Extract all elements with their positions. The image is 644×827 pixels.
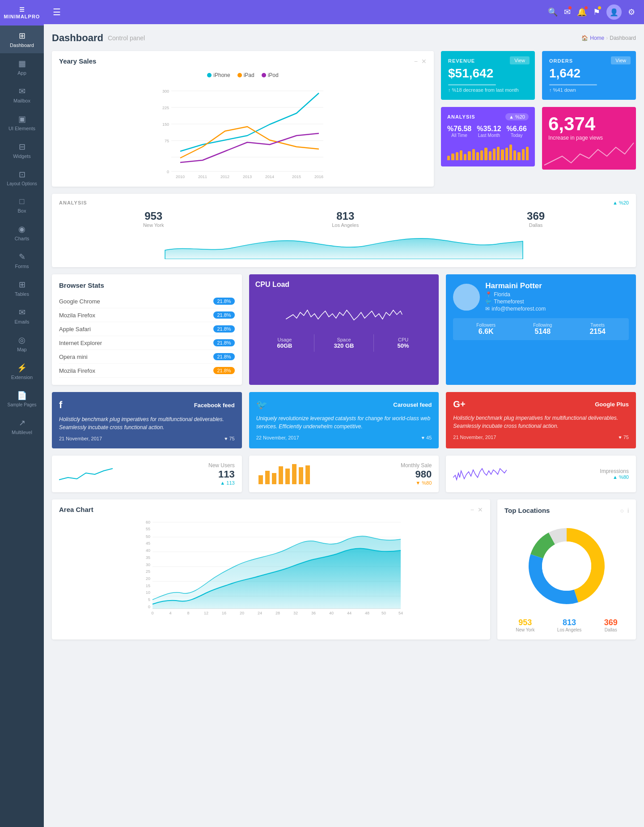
metric-la: 813 Los Angeles [332, 210, 359, 228]
analysis-purple-metrics: %76.58 All Time %35.12 Last Month %6.66 … [447, 125, 529, 138]
svg-text:2016: 2016 [314, 175, 323, 179]
box-icon: □ [20, 197, 25, 206]
sidebar-logo[interactable]: ☰ MINIMALPRO [0, 0, 44, 26]
stat-label-tweets: Tweets [589, 323, 606, 328]
stat-val-following: 5148 [533, 328, 552, 336]
svg-text:4: 4 [169, 611, 171, 615]
twitter-date: 22 November, 2017 [256, 435, 299, 440]
area-chart-card: Area Chart − ✕ [52, 499, 490, 639]
orders-header: ORDERS View [549, 58, 629, 64]
mini-bar-item [526, 147, 529, 160]
cpu-title: CPU Load [255, 281, 433, 289]
svg-text:225: 225 [162, 106, 169, 110]
page-views-value: 6,374 [548, 113, 630, 135]
close-icon[interactable]: ✕ [421, 58, 427, 65]
google-plus-card: G+ Google Plus Holisticly benchmark plug… [446, 392, 636, 448]
sidebar-label-ui: UI Elements [8, 126, 35, 131]
sidebar-item-dashboard[interactable]: ⊞ Dashboard [0, 26, 44, 53]
sidebar-item-mailbox[interactable]: ✉ Mailbox [0, 81, 44, 109]
sidebar-item-sample[interactable]: 📄 Sample Pages [0, 385, 44, 413]
sidebar-item-forms[interactable]: ✎ Forms [0, 247, 44, 274]
sidebar-label-app: App [17, 70, 26, 76]
svg-text:28: 28 [275, 611, 280, 615]
twitter-heart-icon: ♥ [422, 435, 425, 440]
svg-text:0: 0 [148, 605, 150, 609]
legend-ipod: iPod [262, 72, 279, 78]
metric-dallas: 369 Dallas [527, 210, 545, 228]
sidebar-item-multilevel[interactable]: ↗ Multilevel [0, 413, 44, 440]
right-stats-col: REVENUE View $51,642 ↑ %18 decrease from… [441, 51, 535, 187]
svg-text:15: 15 [146, 584, 150, 588]
sidebar-item-map[interactable]: ◎ Map [0, 330, 44, 358]
analysis-metric-lastmonth: %35.12 Last Month [477, 125, 501, 138]
sidebar-item-layout[interactable]: ⊡ Layout Options [0, 164, 44, 192]
impressions-label: Impressions [600, 468, 629, 474]
orders-view-btn[interactable]: View [611, 56, 631, 64]
mini-bar-item [501, 149, 504, 160]
browser-item-chrome: Google Chrome 21.8% [59, 294, 235, 308]
mini-bar-item [451, 153, 454, 160]
sidebar-label-forms: Forms [15, 264, 29, 269]
bell-badge [585, 6, 588, 9]
page-header: Dashboard Control panel 🏠 Home › Dashboa… [52, 32, 636, 44]
extension-icon: ⚡ [17, 363, 27, 373]
analysis-bottom-badge: ▲ %20 [613, 200, 629, 205]
sidebar-item-ui[interactable]: ▣ UI Elements [0, 109, 44, 136]
search-icon[interactable]: 🔍 [548, 7, 558, 17]
widgets-icon: ⊟ [19, 142, 25, 152]
analysis-metric-alltime-sub: All Time [447, 133, 471, 138]
impressions-chart [453, 462, 507, 486]
svg-rect-26 [299, 467, 303, 484]
facebook-likes: ♥ 75 [225, 436, 235, 441]
svg-rect-21 [265, 471, 270, 484]
settings-icon[interactable]: ⚙ [628, 7, 635, 17]
revenue-view-btn[interactable]: View [510, 56, 530, 64]
browser-stats-title: Browser Stats [59, 281, 235, 289]
sidebar-item-charts[interactable]: ◉ Charts [0, 219, 44, 247]
metric-la-val: 813 [332, 210, 359, 222]
cpu-card: CPU Load Usage 60GB Space 320 GB CPU 50% [249, 274, 439, 385]
svg-text:30: 30 [146, 563, 150, 567]
svg-rect-23 [279, 466, 283, 484]
sidebar-item-box[interactable]: □ Box [0, 192, 44, 219]
sidebar-item-app[interactable]: ▦ App [0, 53, 44, 81]
area-close-icon[interactable]: ✕ [478, 506, 483, 513]
twitter-likes: ♥ 45 [422, 435, 432, 440]
sidebar-item-extension[interactable]: ⚡ Extension [0, 358, 44, 385]
flag-icon-wrapper: ⚑ [593, 7, 600, 17]
minimize-icon[interactable]: − [414, 58, 418, 65]
impressions-card: Impressions ▲ %80 [446, 456, 636, 492]
sidebar-item-widgets[interactable]: ⊟ Widgets [0, 136, 44, 164]
monthly-sale-chart [256, 462, 310, 486]
svg-text:2010: 2010 [176, 175, 185, 179]
twitter-icon: 🐦 [256, 399, 267, 410]
layout-icon: ⊡ [19, 170, 25, 179]
cpu-metric-space-val: 320 GB [317, 342, 371, 349]
twitter-icon: 🐦 [485, 298, 492, 305]
sidebar-label-charts: Charts [15, 236, 29, 241]
svg-rect-20 [258, 475, 263, 484]
sidebar-item-emails[interactable]: ✉ Emails [0, 302, 44, 330]
sidebar-label-multilevel: Multilevel [12, 430, 32, 435]
sidebar-label-dashboard: Dashboard [10, 43, 34, 48]
sidebar-label-widgets: Widgets [13, 153, 31, 159]
svg-rect-27 [305, 465, 310, 484]
menu-toggle-icon[interactable]: ☰ [53, 7, 61, 17]
emails-icon: ✉ [19, 307, 25, 317]
sidebar-item-tables[interactable]: ⊞ Tables [0, 274, 44, 302]
topbar: ☰ 🔍 ✉ 🔔 ⚑ 👤 ⚙ [44, 0, 644, 24]
loc-stat-ny: 953 New York [516, 618, 534, 632]
area-minimize-icon[interactable]: − [470, 506, 474, 513]
monthly-sale-bars [256, 462, 310, 484]
revenue-header: REVENUE View [448, 58, 528, 64]
impressions-right: Impressions ▲ %80 [600, 468, 629, 480]
flag-badge [598, 6, 601, 9]
breadcrumb-home[interactable]: Home [590, 35, 604, 41]
mini-bar-item [460, 150, 462, 160]
mini-bar-item [468, 151, 470, 160]
profile-avatar [453, 284, 480, 311]
svg-text:0: 0 [167, 170, 169, 174]
user-avatar[interactable]: 👤 [606, 4, 622, 20]
sidebar-label-extension: Extension [11, 375, 33, 380]
browser-item-opera: Opera mini 21.8% [59, 350, 235, 364]
